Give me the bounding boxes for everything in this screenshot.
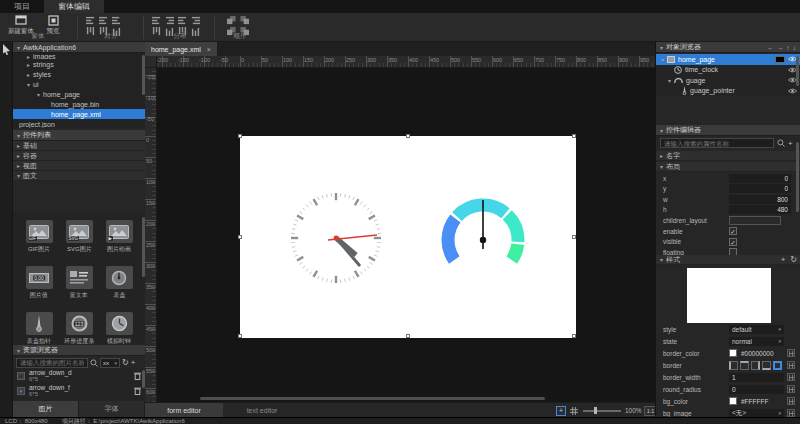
distribute-h-right-icon[interactable]: [178, 16, 187, 25]
resource-item-arrow-down-d[interactable]: ▾ arrow_down_d6*5: [13, 369, 145, 384]
pick-tool-button[interactable]: [0, 42, 13, 56]
enable-checkbox[interactable]: ✓: [729, 227, 737, 235]
move-right-icon[interactable]: →: [777, 44, 784, 51]
widget-rich-text[interactable]: 富文本: [59, 266, 99, 311]
visible-checkbox[interactable]: ✓: [729, 238, 737, 246]
prop-x-input[interactable]: [729, 174, 791, 183]
tab-text-editor[interactable]: text editor: [223, 403, 301, 418]
section-layout[interactable]: 布局: [656, 162, 800, 172]
resource-search-input[interactable]: [16, 358, 88, 368]
align-top-icon[interactable]: [86, 16, 95, 25]
tree-item-styles[interactable]: styles: [13, 69, 145, 79]
resize-handle-s[interactable]: [406, 334, 410, 338]
widget-image-animation[interactable]: ▶ 图片动画: [99, 220, 139, 265]
more-icon[interactable]: [787, 409, 795, 417]
send-back-icon[interactable]: [240, 16, 249, 25]
resource-filter-dropdown[interactable]: xx▾: [100, 358, 120, 368]
zoom-slider-track[interactable]: [583, 410, 621, 412]
children-layout-input[interactable]: [729, 216, 781, 225]
gauge-widget[interactable]: [448, 200, 518, 260]
style-dropdown[interactable]: default: [729, 325, 784, 334]
canvas-hscrollbar[interactable]: [200, 397, 545, 401]
resize-handle-e[interactable]: [572, 235, 576, 239]
bring-front-icon[interactable]: [227, 16, 236, 25]
border-top-button[interactable]: [740, 361, 749, 370]
object-node-time-clock[interactable]: time_clock: [656, 65, 800, 76]
time-clock-widget[interactable]: [291, 193, 381, 283]
distribute-h-space-icon[interactable]: [191, 16, 200, 25]
object-browser-header[interactable]: 对象浏览器 ←→↑↓: [656, 42, 800, 53]
category-view[interactable]: 视图: [13, 161, 145, 171]
object-tree-scrollbar[interactable]: [796, 56, 799, 86]
add-style-button[interactable]: +: [781, 255, 786, 264]
prop-editor-header[interactable]: 控件编辑器: [656, 125, 800, 136]
widget-list-header[interactable]: 控件列表: [13, 130, 145, 141]
border-width-input[interactable]: [729, 373, 784, 382]
design-canvas[interactable]: [157, 68, 655, 402]
resource-item-arrow-down-f[interactable]: ▾ arrow_down_f6*5: [13, 384, 145, 399]
tab-fonts[interactable]: 字体: [79, 401, 145, 417]
more-icon[interactable]: [787, 385, 795, 393]
bg-color-swatch[interactable]: [729, 397, 737, 405]
border-right-button[interactable]: [751, 361, 760, 370]
project-selector[interactable]: AwtkApplication6: [13, 42, 145, 53]
align-bottom-icon[interactable]: [112, 16, 121, 25]
menu-tab-project[interactable]: 项目: [0, 0, 44, 13]
form-home-page[interactable]: [240, 136, 576, 338]
category-container[interactable]: 容器: [13, 151, 145, 161]
tab-home-page-xml[interactable]: home_page.xml ×: [145, 42, 217, 56]
align-middle-icon[interactable]: [99, 16, 108, 25]
resize-handle-n[interactable]: [406, 134, 410, 138]
prop-search-input[interactable]: [660, 138, 774, 148]
move-up-icon[interactable]: ↑: [787, 44, 790, 51]
grid-toggle-button[interactable]: [569, 406, 579, 416]
object-node-home-page[interactable]: home_page: [656, 54, 800, 65]
refresh-style-icon[interactable]: ↻: [790, 255, 797, 264]
border-all-button[interactable]: [773, 361, 782, 370]
border-bottom-button[interactable]: [762, 361, 771, 370]
add-prop-button[interactable]: +: [788, 139, 793, 148]
prop-w-input[interactable]: [729, 195, 791, 204]
trash-icon[interactable]: [134, 372, 141, 380]
tree-item-home-page-xml[interactable]: home_page.xml: [13, 109, 145, 119]
section-name[interactable]: 名字: [656, 151, 800, 161]
tab-images[interactable]: 图片: [13, 401, 79, 417]
visibility-eye-icon[interactable]: [788, 88, 797, 94]
tree-item-strings[interactable]: strings: [13, 59, 145, 69]
border-color-swatch[interactable]: [729, 349, 737, 357]
tree-item-project-json[interactable]: project.json: [13, 119, 145, 128]
move-left-icon[interactable]: ←: [768, 44, 775, 51]
widget-image-value[interactable]: 0.00 图片值: [19, 266, 59, 311]
snap-tool-button[interactable]: +: [556, 406, 566, 416]
move-down-icon[interactable]: ↓: [793, 44, 796, 51]
resize-handle-se[interactable]: [572, 334, 576, 338]
refresh-icon[interactable]: ↻: [122, 358, 129, 367]
border-left-button[interactable]: [729, 361, 738, 370]
zoom-slider-thumb[interactable]: [594, 407, 597, 414]
resize-handle-w[interactable]: [238, 235, 242, 239]
round-radius-input[interactable]: [729, 385, 784, 394]
more-icon[interactable]: [787, 373, 795, 381]
add-resource-button[interactable]: +: [131, 358, 136, 367]
resize-handle-nw[interactable]: [238, 134, 242, 138]
object-node-guage-pointer[interactable]: guage_pointer: [656, 86, 800, 97]
resource-browser-header[interactable]: 资源浏览器: [13, 345, 145, 356]
tree-item-home-page[interactable]: home_page: [13, 89, 145, 99]
object-node-guage[interactable]: guage: [656, 75, 800, 86]
distribute-h-center-icon[interactable]: [165, 16, 174, 25]
more-icon[interactable]: [787, 361, 795, 369]
more-icon[interactable]: [787, 349, 795, 357]
close-icon[interactable]: ×: [207, 46, 211, 53]
prop-scrollbar[interactable]: [796, 142, 799, 212]
resize-handle-ne[interactable]: [572, 134, 576, 138]
widget-gauge[interactable]: 表盘: [99, 266, 139, 311]
distribute-h-left-icon[interactable]: [152, 16, 161, 25]
widget-gif-image[interactable]: GIF GIF图片: [19, 220, 59, 265]
prop-y-input[interactable]: [729, 184, 791, 193]
widget-svg-image[interactable]: SVG SVG图片: [59, 220, 99, 265]
category-basic[interactable]: 基础: [13, 141, 145, 151]
resize-handle-sw[interactable]: [238, 334, 242, 338]
menu-tab-form-edit[interactable]: 窗体编辑: [44, 0, 104, 13]
more-icon[interactable]: [787, 397, 795, 405]
prop-h-input[interactable]: [729, 205, 791, 214]
